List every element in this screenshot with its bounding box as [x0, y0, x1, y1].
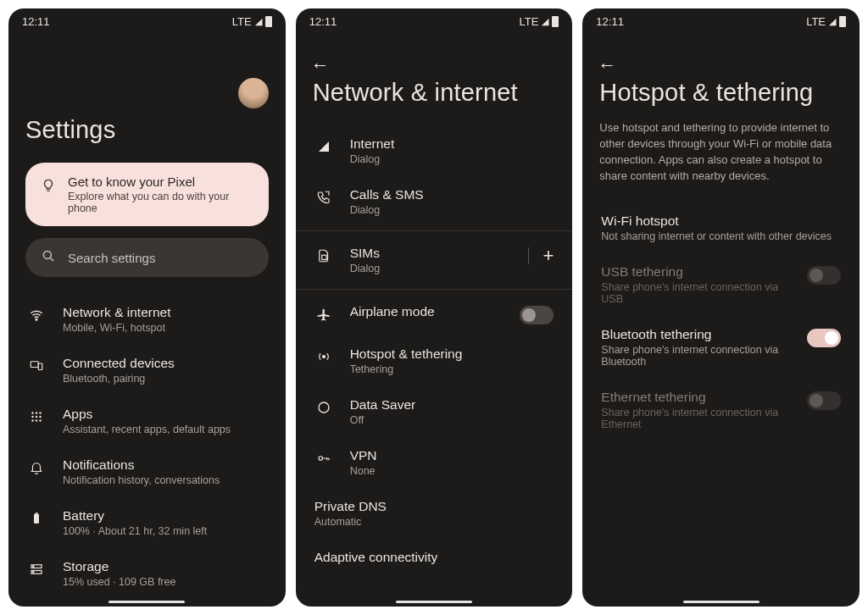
item-title: SIMs	[350, 246, 512, 261]
network-item-airplane[interactable]: Airplane mode	[313, 293, 556, 335]
item-sub: Dialog	[350, 153, 554, 165]
datasaver-icon	[314, 400, 333, 415]
bluetooth-toggle[interactable]	[807, 329, 841, 347]
settings-item-connected[interactable]: Connected devicesBluetooth, pairing	[25, 345, 269, 396]
hotspot-item-bluetooth[interactable]: Bluetooth tetheringShare phone's interne…	[599, 316, 843, 379]
search-input[interactable]: Search settings	[25, 238, 269, 277]
page-title: Network & internet	[313, 79, 556, 107]
item-title: Data Saver	[350, 397, 554, 413]
svg-point-7	[39, 412, 41, 413]
sim-icon	[314, 248, 333, 263]
back-button[interactable]: ←	[598, 54, 616, 76]
avatar[interactable]	[238, 78, 269, 108]
settings-item-notifications[interactable]: NotificationsNotification history, conve…	[25, 446, 269, 497]
item-title: VPN	[350, 448, 554, 463]
promo-title: Get to know your Pixel	[68, 175, 253, 189]
item-title: Ethernet tethering	[601, 390, 790, 405]
hotspot-icon	[314, 349, 333, 364]
item-sub: Tethering	[350, 363, 554, 375]
item-sub: Automatic	[314, 516, 554, 528]
status-bar: 12:11 LTE◢	[296, 8, 573, 31]
signal-icon: ◢	[829, 16, 836, 27]
devices-icon	[27, 358, 46, 374]
settings-item-battery[interactable]: Battery100% · About 21 hr, 32 min left	[25, 497, 269, 548]
ethernet-toggle	[807, 391, 841, 410]
item-sub: 15% used · 109 GB free	[63, 576, 267, 588]
svg-rect-3	[31, 362, 38, 368]
item-title: Adaptive connectivity	[314, 550, 554, 565]
item-title: Internet	[350, 136, 554, 152]
battery-icon	[839, 16, 846, 27]
status-net: LTE	[806, 15, 826, 28]
battery-vert-icon	[27, 511, 46, 526]
item-title: Connected devices	[63, 356, 267, 371]
home-indicator[interactable]	[108, 601, 185, 603]
network-item-adaptive[interactable]: Adaptive connectivity	[313, 539, 556, 576]
network-item-sims[interactable]: SIMsDialog +	[313, 235, 556, 285]
svg-point-12	[36, 419, 37, 421]
status-time: 12:11	[309, 15, 337, 28]
svg-line-1	[50, 258, 53, 261]
signal-icon: ◢	[542, 16, 548, 27]
hotspot-item-wifi[interactable]: Wi-Fi hotspotNot sharing internet or con…	[599, 202, 843, 253]
item-sub: Mobile, Wi-Fi, hotspot	[63, 322, 267, 334]
settings-item-apps[interactable]: AppsAssistant, recent apps, default apps	[25, 396, 269, 446]
svg-point-13	[39, 419, 41, 421]
search-icon	[41, 248, 56, 267]
item-sub: Dialog	[350, 204, 554, 216]
network-item-dns[interactable]: Private DNSAutomatic	[313, 488, 556, 539]
status-net: LTE	[519, 15, 538, 28]
status-right: LTE ◢	[232, 15, 272, 28]
calls-icon	[314, 190, 333, 205]
svg-point-10	[39, 416, 41, 418]
svg-rect-20	[321, 255, 326, 259]
status-net: LTE	[232, 15, 252, 28]
svg-point-23	[319, 457, 323, 461]
settings-item-network[interactable]: Network & internetMobile, Wi-Fi, hotspot	[25, 294, 269, 345]
status-time: 12:11	[596, 15, 624, 28]
promo-subtitle: Explore what you can do with your phone	[68, 191, 253, 214]
svg-point-0	[43, 251, 51, 258]
network-item-vpn[interactable]: VPNNone	[313, 437, 556, 488]
item-title: Network & internet	[63, 305, 267, 320]
item-title: Calls & SMS	[350, 187, 554, 202]
search-placeholder: Search settings	[68, 251, 155, 265]
promo-card[interactable]: Get to know your Pixel Explore what you …	[25, 163, 269, 226]
vpn-icon	[314, 451, 333, 466]
svg-rect-15	[36, 512, 38, 514]
item-sub: Share phone's internet connection via US…	[601, 281, 790, 305]
signal-icon: ◢	[255, 16, 262, 27]
network-item-datasaver[interactable]: Data SaverOff	[313, 386, 556, 437]
hotspot-screen: 12:11 LTE◢ ← Hotspot & tethering Use hot…	[582, 8, 860, 607]
item-title: Airplane mode	[350, 304, 504, 319]
battery-icon	[265, 16, 272, 27]
svg-point-9	[36, 416, 37, 418]
item-sub: Share phone's internet connection via Et…	[601, 407, 790, 430]
airplane-icon	[314, 307, 333, 322]
item-title: Notifications	[63, 457, 267, 473]
status-time: 12:11	[22, 15, 50, 28]
back-button[interactable]: ←	[311, 54, 330, 76]
svg-point-5	[31, 412, 33, 413]
home-indicator[interactable]	[396, 601, 472, 603]
airplane-toggle[interactable]	[520, 306, 554, 324]
home-indicator[interactable]	[683, 601, 760, 603]
item-sub: Off	[350, 414, 554, 426]
add-sim-button[interactable]: +	[528, 247, 554, 264]
hotspot-item-ethernet: Ethernet tetheringShare phone's internet…	[599, 379, 843, 441]
network-item-internet[interactable]: InternetDialog	[313, 125, 556, 176]
item-title: Apps	[63, 407, 267, 422]
divider	[296, 289, 573, 290]
item-title: USB tethering	[601, 264, 790, 280]
svg-rect-4	[38, 363, 42, 370]
svg-point-22	[319, 402, 329, 413]
settings-item-storage[interactable]: Storage15% used · 109 GB free	[25, 548, 269, 599]
network-item-calls[interactable]: Calls & SMSDialog	[313, 176, 556, 227]
network-screen: 12:11 LTE◢ ← Network & internet Internet…	[296, 8, 573, 607]
storage-icon	[27, 562, 46, 577]
bell-icon	[27, 460, 46, 475]
item-sub: Not sharing internet or content with oth…	[601, 230, 841, 242]
network-item-hotspot[interactable]: Hotspot & tetheringTethering	[313, 335, 556, 386]
svg-point-6	[36, 412, 37, 413]
svg-point-18	[33, 566, 34, 567]
